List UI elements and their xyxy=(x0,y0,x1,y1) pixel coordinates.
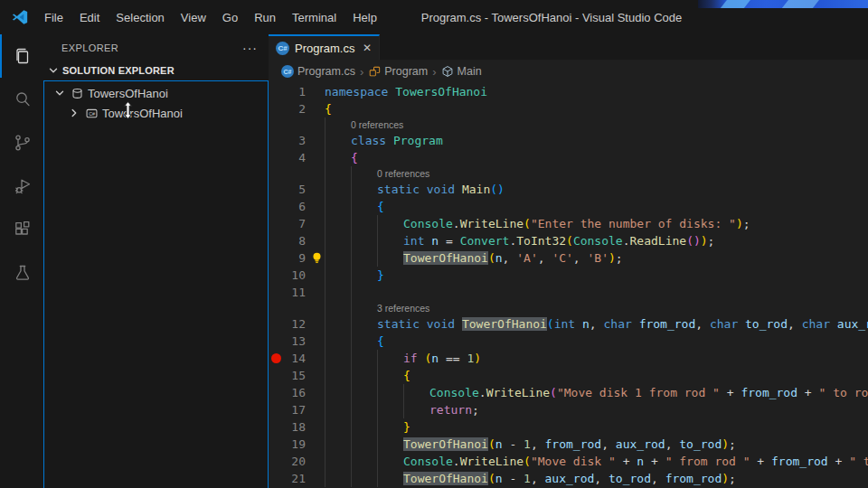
code-line-content[interactable]: static void TowerOfHanoi(int n, char fro… xyxy=(325,315,868,333)
line-number[interactable]: 20 xyxy=(281,453,306,470)
code-line-content[interactable]: { xyxy=(325,198,384,215)
source-control-icon[interactable] xyxy=(0,121,43,164)
section-solution-explorer[interactable]: SOLUTION EXPLORER xyxy=(43,61,269,80)
gutter-glyph-margin[interactable] xyxy=(269,181,281,198)
gutter-glyph-margin[interactable] xyxy=(269,198,281,215)
menu-go[interactable]: Go xyxy=(214,7,246,28)
gutter-glyph-margin[interactable] xyxy=(269,453,281,470)
gutter-glyph-margin[interactable] xyxy=(269,384,281,401)
gutter-glyph-margin[interactable] xyxy=(269,215,281,232)
gutter-glyph-margin[interactable] xyxy=(269,132,281,149)
code-line-content[interactable]: { xyxy=(325,333,384,350)
gutter-glyph-margin[interactable] xyxy=(269,284,281,301)
code-line-content[interactable]: { xyxy=(325,100,332,117)
run-debug-icon[interactable] xyxy=(0,164,43,208)
code-line[interactable]: 12static void TowerOfHanoi(int n, char f… xyxy=(269,315,868,333)
menu-terminal[interactable]: Terminal xyxy=(284,7,344,28)
line-number[interactable]: 1 xyxy=(281,83,306,100)
menu-view[interactable]: View xyxy=(173,7,214,28)
gutter-glyph-margin[interactable] xyxy=(269,83,281,100)
code-line-content[interactable]: Console.WriteLine("Move disk 1 from rod … xyxy=(325,384,868,401)
menu-file[interactable]: File xyxy=(36,7,71,28)
line-number[interactable]: 12 xyxy=(281,315,306,333)
code-line-content[interactable]: class Program xyxy=(325,132,443,149)
gutter-glyph-margin[interactable] xyxy=(269,149,281,166)
line-number[interactable]: 17 xyxy=(281,401,306,418)
line-number[interactable]: 8 xyxy=(281,232,306,249)
code-line[interactable]: 16Console.WriteLine("Move disk 1 from ro… xyxy=(269,384,868,401)
line-number[interactable]: 15 xyxy=(281,367,306,384)
line-number[interactable]: 14 xyxy=(281,350,306,367)
testing-beaker-icon[interactable] xyxy=(0,251,43,295)
code-line[interactable]: 18} xyxy=(269,418,868,436)
code-line[interactable]: 11 xyxy=(269,284,868,301)
more-actions-icon[interactable]: ··· xyxy=(242,43,258,52)
code-line-content[interactable]: Console.WriteLine("Enter the number of d… xyxy=(325,215,750,232)
tree-item-project-towersofhanoi[interactable]: C# TowersOfHanoi xyxy=(44,103,268,123)
gutter-glyph-margin[interactable] xyxy=(269,100,281,117)
menu-edit[interactable]: Edit xyxy=(71,7,108,28)
line-number[interactable]: 16 xyxy=(281,384,306,401)
breadcrumb-method[interactable]: Main xyxy=(441,65,482,78)
code-line[interactable]: 21TowerOfHanoi(n - 1, aux_rod, to_rod, f… xyxy=(269,470,868,487)
code-line-content[interactable] xyxy=(325,284,377,301)
gutter-glyph-margin[interactable] xyxy=(269,232,281,249)
search-icon[interactable] xyxy=(0,78,43,121)
code-editor[interactable]: 1namespace TowersOfHanoi2{0 references3c… xyxy=(269,83,868,488)
code-line-content[interactable]: if (n == 1) xyxy=(325,350,481,367)
code-line-content[interactable]: return; xyxy=(325,401,479,418)
code-line[interactable]: 2{ xyxy=(269,100,868,117)
code-line[interactable]: 8int n = Convert.ToInt32(Console.ReadLin… xyxy=(269,232,868,249)
line-number[interactable]: 18 xyxy=(281,418,306,436)
code-line[interactable]: 5static void Main() xyxy=(269,181,868,198)
tab-program-cs[interactable]: C# Program.cs ✕ xyxy=(269,34,380,60)
gutter-glyph-margin[interactable] xyxy=(269,249,281,267)
breadcrumb-class[interactable]: Program xyxy=(368,65,428,78)
codelens-references-link[interactable]: 0 references xyxy=(377,166,429,181)
code-line[interactable]: 1namespace TowersOfHanoi xyxy=(269,83,868,100)
code-line[interactable]: 3class Program xyxy=(269,132,868,149)
line-number[interactable]: 3 xyxy=(281,132,306,149)
code-line[interactable]: 17return; xyxy=(269,401,868,418)
code-line[interactable]: 15{ xyxy=(269,367,868,384)
code-line[interactable]: 19TowerOfHanoi(n - 1, from_rod, aux_rod,… xyxy=(269,436,868,453)
breakpoint-icon[interactable] xyxy=(271,353,281,363)
code-line-content[interactable]: } xyxy=(325,267,384,284)
explorer-files-icon[interactable] xyxy=(0,34,43,78)
line-number[interactable]: 4 xyxy=(281,149,306,166)
chevron-right-icon[interactable] xyxy=(67,106,81,120)
line-number[interactable]: 6 xyxy=(281,198,306,215)
code-line[interactable]: 10} xyxy=(269,267,868,284)
menu-selection[interactable]: Selection xyxy=(108,7,172,28)
code-line[interactable]: 4{ xyxy=(269,149,868,166)
chevron-down-icon[interactable] xyxy=(46,63,61,78)
code-line-content[interactable]: Console.WriteLine("Move disk " + n + " f… xyxy=(325,453,868,470)
code-line[interactable]: 7Console.WriteLine("Enter the number of … xyxy=(269,215,868,232)
code-line[interactable]: 14if (n == 1) xyxy=(269,350,868,367)
code-line-content[interactable]: namespace TowersOfHanoi xyxy=(325,83,487,100)
line-number[interactable]: 5 xyxy=(281,181,306,198)
code-line-content[interactable]: TowerOfHanoi(n - 1, aux_rod, to_rod, fro… xyxy=(325,470,736,487)
code-line[interactable]: 6{ xyxy=(269,198,868,215)
gutter-glyph-margin[interactable] xyxy=(269,418,281,436)
codelens-references-link[interactable]: 3 references xyxy=(377,301,429,315)
gutter-glyph-margin[interactable] xyxy=(269,436,281,453)
code-line[interactable]: 20Console.WriteLine("Move disk " + n + "… xyxy=(269,453,868,470)
codelens-references-link[interactable]: 0 references xyxy=(351,117,403,132)
line-number[interactable]: 13 xyxy=(281,333,306,350)
breadcrumb-file[interactable]: C# Program.cs xyxy=(281,65,355,78)
line-number[interactable]: 2 xyxy=(281,100,306,117)
line-number[interactable]: 7 xyxy=(281,215,306,232)
gutter-glyph-margin[interactable] xyxy=(269,333,281,350)
code-line-content[interactable]: { xyxy=(325,367,410,384)
close-icon[interactable]: ✕ xyxy=(363,42,372,53)
code-line-content[interactable]: TowerOfHanoi(n - 1, from_rod, aux_rod, t… xyxy=(325,436,736,453)
code-line-content[interactable]: } xyxy=(325,418,410,436)
line-number[interactable]: 11 xyxy=(281,284,306,301)
code-line-content[interactable]: int n = Convert.ToInt32(Console.ReadLine… xyxy=(325,232,714,249)
chevron-down-icon[interactable] xyxy=(52,86,67,100)
line-number[interactable]: 19 xyxy=(281,436,306,453)
lightbulb-quickfix-icon[interactable] xyxy=(310,251,324,265)
code-line-content[interactable]: { xyxy=(325,149,358,166)
menu-run[interactable]: Run xyxy=(246,7,284,28)
